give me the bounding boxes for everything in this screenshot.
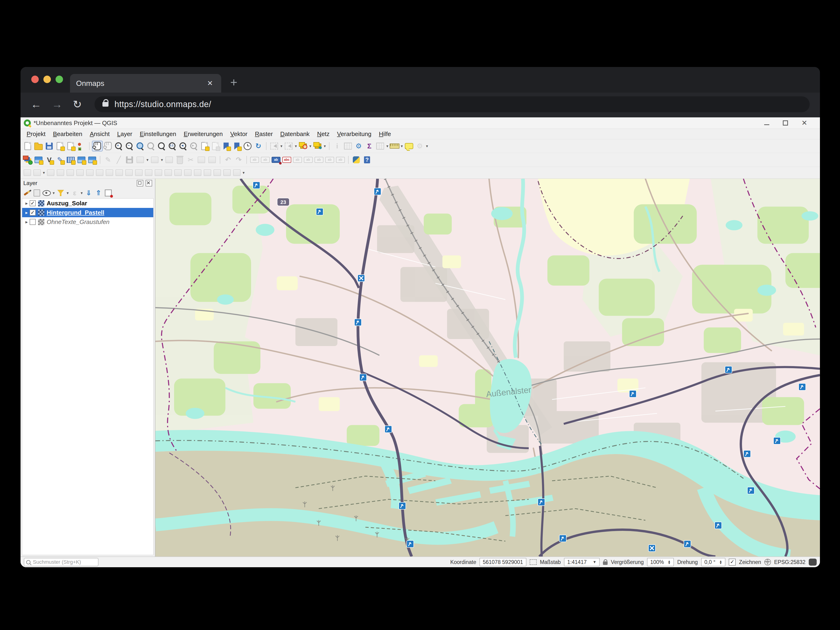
- panel-float-icon[interactable]: [137, 180, 143, 186]
- select-features-by-value-button[interactable]: [298, 141, 308, 152]
- statistics-panel-button[interactable]: Σ: [364, 141, 375, 152]
- spinner-arrows-icon[interactable]: ▲▼: [668, 560, 671, 564]
- forward-icon[interactable]: →: [52, 98, 63, 111]
- new-map-view-button[interactable]: [199, 141, 210, 152]
- scale-combobox[interactable]: 1:41417 ▼: [564, 558, 600, 566]
- menu-projekt[interactable]: Projekt: [23, 130, 49, 138]
- search-input[interactable]: [32, 559, 96, 565]
- add-vector-layer-button[interactable]: [33, 155, 44, 165]
- menu-ansicht[interactable]: Ansicht: [86, 130, 114, 138]
- layer-visibility-checkbox[interactable]: ✓: [30, 210, 36, 216]
- map-canvas[interactable]: 23 Außenalster: [155, 179, 820, 556]
- close-icon[interactable]: ✕: [802, 120, 807, 126]
- merge-attributes-button: [193, 168, 202, 177]
- zoom-out-button[interactable]: −: [124, 141, 135, 152]
- stream-digitizing-button: [46, 168, 55, 177]
- traffic-light-close[interactable]: [31, 76, 39, 83]
- map-tips-button[interactable]: [404, 141, 414, 152]
- magnifier-spinbox[interactable]: 100% ▲▼: [647, 558, 674, 566]
- menu-einstellungen[interactable]: Einstellungen: [136, 130, 180, 138]
- data-source-manager-button[interactable]: [22, 155, 33, 165]
- filter-legend-button[interactable]: [56, 188, 65, 197]
- svg-text:23: 23: [281, 199, 286, 205]
- new-project-button[interactable]: [22, 141, 33, 152]
- menu-vektor[interactable]: Vektor: [227, 130, 251, 138]
- processing-toolbox-button[interactable]: ⚙: [353, 141, 364, 152]
- panel-close-icon[interactable]: [145, 180, 152, 186]
- crs-value[interactable]: EPSG:25832: [774, 559, 805, 565]
- pan-map-button[interactable]: [92, 141, 103, 152]
- open-project-button[interactable]: [33, 141, 44, 152]
- menu-erweiterungen[interactable]: Erweiterungen: [180, 130, 227, 138]
- crs-globe-icon[interactable]: [764, 559, 771, 565]
- zoom-to-layer-button[interactable]: [156, 141, 167, 152]
- add-delimited-text-layer-button[interactable]: V: [44, 155, 55, 165]
- scale-lock-icon[interactable]: [603, 561, 608, 565]
- show-bookmarks-button[interactable]: [221, 141, 232, 152]
- collapse-all-button[interactable]: ⇑: [94, 188, 103, 197]
- new-spatial-bookmark-button[interactable]: [232, 141, 242, 152]
- layer-visibility-checkbox[interactable]: ✓: [30, 200, 36, 206]
- browser-tab[interactable]: Onmaps ✕: [70, 74, 221, 93]
- style-manager-button[interactable]: [76, 141, 87, 152]
- menu-verarbeitung[interactable]: Verarbeitung: [333, 130, 375, 138]
- traffic-light-minimize[interactable]: [43, 76, 51, 83]
- add-spatialite-layer-button[interactable]: [65, 155, 76, 165]
- expander-icon[interactable]: ▸: [24, 201, 30, 206]
- render-checkbox[interactable]: ✓: [729, 559, 736, 565]
- vertex-tool-current-layer-button: [202, 168, 212, 177]
- zoom-full-button[interactable]: [135, 141, 145, 152]
- coordinate-value[interactable]: 561078 5929001: [480, 558, 526, 566]
- merge-features-button: [183, 168, 193, 177]
- zoom-in-button[interactable]: +: [114, 141, 124, 152]
- new-tab-button[interactable]: +: [227, 76, 240, 89]
- add-wfs-layer-button[interactable]: [87, 155, 98, 165]
- measure-line-button[interactable]: [389, 141, 400, 152]
- menu-bearbeiten[interactable]: Bearbeiten: [49, 130, 86, 138]
- menu-netz[interactable]: Netz: [313, 130, 333, 138]
- layer-labeling-options-button[interactable]: ab: [271, 155, 281, 165]
- add-wms-layer-button[interactable]: [76, 155, 87, 165]
- new-print-layout-button[interactable]: [55, 141, 65, 152]
- select-by-location-button[interactable]: [312, 141, 323, 152]
- expand-all-button[interactable]: ⇓: [84, 188, 93, 197]
- help-contents-button[interactable]: ?: [362, 155, 373, 165]
- menu-raster[interactable]: Raster: [251, 130, 277, 138]
- python-console-button[interactable]: [351, 155, 362, 165]
- expander-icon[interactable]: ▸: [24, 210, 30, 215]
- address-bar[interactable]: https://studio.onmaps.de/: [95, 96, 810, 112]
- toolbar-advanced-digitizing: ▾▾: [21, 167, 820, 179]
- zoom-last-button[interactable]: ◂: [178, 141, 188, 152]
- layer-diagram-options-button[interactable]: abc: [281, 155, 292, 165]
- add-postgis-layer-button[interactable]: ✎: [55, 155, 65, 165]
- extents-icon[interactable]: [530, 559, 537, 565]
- map-graphic: 23 Außenalster: [155, 179, 820, 556]
- save-project-button[interactable]: [44, 141, 55, 152]
- layer-visibility-checkbox[interactable]: [30, 219, 36, 225]
- back-icon[interactable]: ←: [31, 98, 41, 111]
- temporal-controller-button[interactable]: [242, 141, 253, 152]
- menu-hilfe[interactable]: Hilfe: [375, 130, 395, 138]
- traffic-light-zoom[interactable]: [55, 76, 63, 83]
- messages-icon[interactable]: [809, 559, 817, 565]
- zoom-native-button[interactable]: 1:1: [167, 141, 178, 152]
- manage-map-themes-button[interactable]: [42, 188, 51, 197]
- expander-icon[interactable]: ▸: [24, 219, 30, 225]
- layer-item-ohnetexte_graustufen[interactable]: ▸OhneTexte_Graustufen: [22, 217, 153, 227]
- layer-item-auszug_solar[interactable]: ▸✓Auszug_Solar: [22, 199, 153, 208]
- add-group-button[interactable]: [32, 188, 41, 197]
- show-layout-manager-button[interactable]: [65, 141, 76, 152]
- refresh-map-button[interactable]: ↻: [253, 141, 264, 152]
- spinner-arrows-icon[interactable]: ▲▼: [719, 560, 722, 564]
- layer-item-hintergrund_pastell[interactable]: ▸✓Hintergrund_Pastell: [22, 208, 153, 217]
- reload-icon[interactable]: ↻: [73, 98, 82, 111]
- menu-layer[interactable]: Layer: [114, 130, 136, 138]
- locator-search[interactable]: [24, 558, 98, 566]
- menu-datenbank[interactable]: Datenbank: [276, 130, 313, 138]
- open-layer-styling-panel-button[interactable]: [22, 188, 32, 197]
- tab-close-icon[interactable]: ✕: [205, 78, 215, 88]
- remove-layer-group-button[interactable]: [104, 188, 113, 197]
- minimize-icon[interactable]: [764, 121, 769, 125]
- restore-icon[interactable]: [783, 120, 788, 126]
- rotation-spinbox[interactable]: 0,0 ° ▲▼: [701, 558, 725, 566]
